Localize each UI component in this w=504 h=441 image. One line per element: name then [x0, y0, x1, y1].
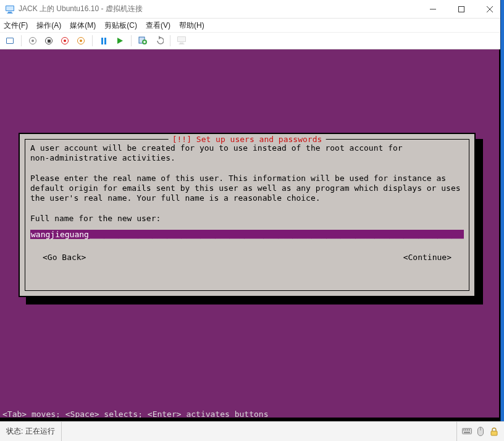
status-state: 正在运行: [25, 426, 55, 437]
shutdown-button[interactable]: [59, 35, 71, 47]
svg-rect-22: [491, 431, 497, 435]
toolbar-separator: [131, 35, 132, 46]
maximize-button[interactable]: [447, 0, 476, 19]
keyboard-status-icon: [462, 427, 472, 437]
vmconnect-app-icon: [5, 4, 15, 14]
pause-button[interactable]: [98, 35, 110, 47]
reset-button[interactable]: [114, 35, 126, 47]
statusbar: 状态: 正在运行: [0, 421, 504, 441]
monitor-icon: [177, 35, 187, 46]
start-button[interactable]: [27, 35, 39, 47]
power-save-icon: [77, 37, 85, 44]
menu-clipboard[interactable]: 剪贴板(C): [104, 20, 137, 31]
revert-icon: [154, 35, 164, 47]
fullname-input-fill: ________________________________________…: [90, 230, 464, 239]
toolbar-separator: [170, 35, 170, 46]
status-spacer: [62, 422, 457, 441]
host-desktop-edge: [500, 0, 504, 441]
svg-rect-17: [467, 429, 468, 430]
svg-rect-3: [7, 12, 13, 13]
pause-icon: [101, 38, 106, 44]
revert-button[interactable]: [153, 35, 165, 47]
menubar: 文件(F) 操作(A) 媒体(M) 剪贴板(C) 查看(V) 帮助(H): [0, 19, 504, 32]
menu-file[interactable]: 文件(F): [4, 20, 28, 31]
svg-rect-13: [179, 44, 185, 44]
lock-status-icon: [489, 427, 499, 437]
window-controls: [419, 0, 504, 19]
mouse-status-icon: [476, 427, 485, 437]
play-icon: [117, 38, 123, 44]
status-state-cell: 状态: 正在运行: [0, 422, 62, 441]
window-titlebar: JACK 上的 Ubuntu16.10 - 虚拟机连接: [0, 0, 504, 19]
svg-rect-11: [178, 37, 185, 41]
svg-rect-1: [6, 6, 14, 10]
status-label: 状态:: [6, 426, 23, 437]
dialog-body: A user account will be created for you t…: [30, 143, 464, 224]
vm-display[interactable]: [!!] Set up users and passwords A user a…: [0, 49, 504, 421]
fullname-prompt-label: Full name for the new user:: [30, 214, 161, 223]
ctrl-alt-del-button[interactable]: [4, 35, 16, 47]
go-back-button[interactable]: <Go Back>: [43, 253, 86, 262]
fullname-input[interactable]: wangjieguang ___________________________…: [30, 230, 464, 239]
checkpoint-button[interactable]: [136, 35, 149, 47]
svg-rect-5: [459, 6, 464, 12]
installer-dialog: [!!] Set up users and passwords A user a…: [19, 133, 476, 297]
menu-view[interactable]: 查看(V): [146, 20, 170, 31]
menu-action[interactable]: 操作(A): [36, 20, 61, 31]
keyboard-icon: [6, 38, 14, 44]
dialog-title: [!!] Set up users and passwords: [169, 135, 326, 144]
power-start-icon: [29, 37, 36, 44]
turnoff-button[interactable]: [43, 35, 55, 47]
minimize-button[interactable]: [419, 0, 447, 19]
svg-rect-16: [465, 429, 466, 430]
menu-media[interactable]: 媒体(M): [70, 20, 96, 31]
svg-rect-12: [180, 43, 183, 44]
svg-rect-2: [8, 12, 12, 13]
toolbar: [0, 32, 504, 49]
enhanced-session-button[interactable]: [175, 35, 188, 47]
svg-rect-18: [469, 429, 470, 430]
save-button[interactable]: [75, 35, 87, 47]
toolbar-separator: [21, 35, 22, 46]
menu-help[interactable]: 帮助(H): [179, 20, 204, 31]
svg-rect-14: [463, 428, 472, 434]
power-shutdown-icon: [61, 37, 69, 44]
power-turnoff-icon: [45, 37, 52, 44]
continue-button[interactable]: <Continue>: [403, 253, 452, 262]
checkpoint-icon: [138, 35, 148, 46]
svg-rect-15: [463, 429, 464, 430]
svg-rect-19: [464, 432, 470, 433]
status-icons: [457, 427, 504, 437]
window-title: JACK 上的 Ubuntu16.10 - 虚拟机连接: [19, 4, 143, 14]
fullname-input-value: wangjieguang: [30, 230, 90, 239]
toolbar-separator: [92, 35, 93, 46]
